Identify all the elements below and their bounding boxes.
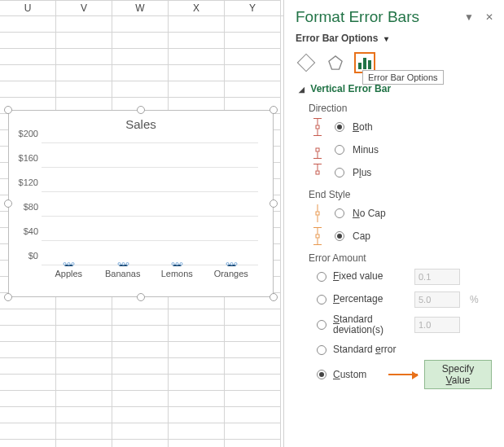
y-axis[interactable]: $0 $40 $80 $120 $160 $200: [14, 143, 40, 265]
resize-handle[interactable]: [270, 293, 278, 301]
svg-marker-0: [329, 56, 342, 69]
x-tick-label: Lemons: [157, 269, 196, 278]
radio-icon: [335, 208, 344, 218]
y-tick-label: $200: [19, 129, 38, 138]
collapse-icon: ◢: [299, 85, 305, 94]
option-label: Cap: [353, 230, 370, 242]
radio-icon: [317, 295, 327, 305]
x-axis[interactable]: ApplesBananasLemonsOranges: [42, 269, 258, 278]
column-header-row: U V W X Y: [0, 0, 283, 16]
resize-handle[interactable]: [4, 199, 12, 208]
y-tick-label: $0: [28, 251, 38, 261]
option-label: Fixed value: [333, 271, 408, 282]
stddev-input[interactable]: [414, 317, 460, 333]
option-label: Plus: [353, 167, 371, 178]
resize-handle[interactable]: [4, 106, 12, 114]
x-tick-label: Apples: [49, 269, 88, 278]
option-label: Standard error: [333, 344, 408, 355]
radio-icon: [335, 122, 344, 132]
effects-icon[interactable]: [325, 52, 346, 73]
custom-row[interactable]: Custom Specify Value: [284, 362, 503, 388]
resize-handle[interactable]: [137, 293, 145, 301]
radio-icon: [335, 168, 344, 177]
format-error-bars-pane: Format Error Bars ▼ ✕ Error Bar Options …: [283, 0, 503, 447]
option-label: Standarddeviation(s): [333, 314, 408, 335]
percentage-input[interactable]: [414, 291, 460, 308]
column-header[interactable]: X: [169, 0, 225, 15]
specify-value-button[interactable]: Specify Value: [424, 360, 492, 389]
bars-container: [42, 143, 258, 265]
resize-handle[interactable]: [4, 293, 12, 301]
column-header[interactable]: U: [0, 0, 56, 15]
close-icon[interactable]: ✕: [485, 11, 493, 23]
radio-icon: [317, 345, 327, 355]
direction-label: Direction: [284, 98, 503, 116]
pane-dropdown-icon[interactable]: ▼: [464, 11, 474, 23]
end-style-label: End Style: [284, 184, 503, 202]
error-amount-label: Error Amount: [284, 248, 503, 265]
chart-object[interactable]: Sales $0 $40 $80 $120 $160 $200 ApplesBa…: [8, 110, 274, 297]
fixed-value-input[interactable]: [414, 269, 460, 285]
chevron-down-icon: ▾: [384, 34, 388, 43]
radio-icon: [335, 145, 344, 155]
radio-icon: [317, 272, 327, 282]
options-dropdown[interactable]: Error Bar Options ▾: [296, 33, 388, 44]
endstyle-cap-row[interactable]: Cap: [284, 225, 503, 248]
radio-icon: [335, 231, 344, 241]
tooltip: Error Bar Options: [362, 70, 444, 85]
radio-icon: [317, 320, 327, 330]
option-label: Both: [353, 121, 373, 133]
plot-area[interactable]: [42, 143, 258, 265]
resize-handle[interactable]: [270, 199, 278, 208]
option-label: No Cap: [353, 208, 386, 219]
radio-icon: [317, 370, 327, 379]
annotation-arrow: [388, 374, 418, 375]
y-tick-label: $40: [24, 226, 38, 236]
percentage-row[interactable]: Percentage %: [284, 288, 503, 311]
options-dropdown-label: Error Bar Options: [296, 33, 378, 44]
y-tick-label: $160: [19, 153, 38, 163]
section-label: Vertical Error Bar: [310, 83, 391, 94]
option-label: Percentage: [333, 294, 408, 305]
resize-handle[interactable]: [137, 106, 145, 114]
column-header[interactable]: Y: [225, 0, 281, 15]
percent-suffix: %: [470, 294, 479, 305]
resize-handle[interactable]: [270, 106, 278, 114]
y-tick-label: $120: [19, 177, 38, 187]
y-tick-label: $80: [24, 202, 38, 212]
stddev-row[interactable]: Standarddeviation(s): [284, 311, 503, 339]
direction-minus-row[interactable]: Minus: [284, 138, 503, 161]
column-header[interactable]: V: [56, 0, 112, 15]
option-label: Custom: [333, 369, 374, 380]
fill-line-icon[interactable]: [296, 52, 317, 73]
endstyle-nocap-row[interactable]: No Cap: [284, 202, 503, 225]
stderr-row[interactable]: Standard error: [284, 339, 503, 362]
pane-title: Format Error Bars: [296, 8, 419, 26]
x-tick-label: Bananas: [103, 269, 142, 278]
direction-both-row[interactable]: Both: [284, 116, 503, 138]
column-header[interactable]: W: [112, 0, 169, 15]
direction-plus-row[interactable]: Plus: [284, 161, 503, 184]
fixed-value-row[interactable]: Fixed value: [284, 265, 503, 288]
x-tick-label: Oranges: [212, 269, 251, 278]
option-label: Minus: [353, 144, 379, 156]
